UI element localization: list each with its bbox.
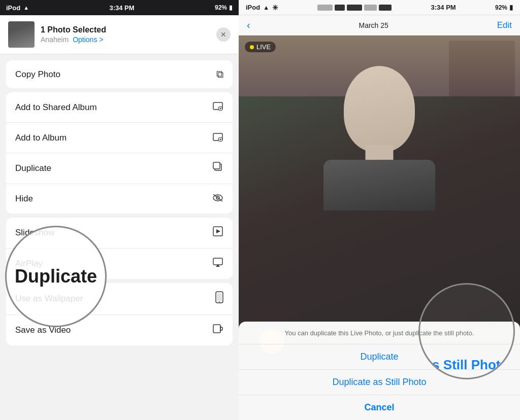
carrier-label: iPod [6, 4, 20, 12]
copy-photo-label: Copy Photo [15, 69, 60, 80]
hide-item[interactable]: Hide [6, 184, 233, 214]
svg-marker-10 [216, 229, 220, 233]
menu-group-2: Add to Shared Album Add to Album [6, 92, 233, 214]
hide-icon [212, 192, 223, 205]
status-left: iPod ▲ [6, 4, 29, 12]
svg-rect-5 [213, 162, 220, 169]
copy-photo-icon: ⧉ [216, 68, 223, 80]
svg-point-15 [219, 301, 220, 302]
add-shared-album-icon [212, 100, 223, 114]
add-album-label: Add to Album [15, 133, 67, 143]
right-battery-pct: 92% [495, 4, 507, 11]
right-circle-highlight: as Still Photo [418, 283, 515, 379]
duplicate-icon [212, 161, 223, 176]
save-video-icon [212, 323, 223, 337]
copy-photo-item[interactable]: Copy Photo ⧉ [6, 60, 233, 88]
share-info: 1 Photo Selected Anaheim Options > [41, 25, 210, 44]
live-label: LIVE [256, 43, 271, 51]
battery-info: 92% ▮ [215, 4, 233, 11]
close-button[interactable]: ✕ [216, 27, 231, 42]
share-subtitle: Anaheim Options > [41, 36, 210, 44]
duplicate-circle-highlight: Duplicate [5, 226, 107, 327]
time-label: 3:34 PM [109, 4, 134, 12]
add-shared-album-item[interactable]: Add to Shared Album [6, 92, 233, 123]
back-button[interactable]: ‹ [247, 19, 250, 31]
svg-rect-14 [217, 293, 222, 301]
wifi-icon: ▲ [23, 5, 29, 11]
add-album-icon [212, 131, 223, 145]
color-block-2 [335, 5, 345, 11]
svg-marker-17 [220, 327, 222, 331]
add-album-item[interactable]: Add to Album [6, 123, 233, 153]
live-badge: LIVE [245, 42, 276, 52]
hide-label: Hide [15, 194, 33, 204]
right-brightness-icon: ✳ [272, 4, 278, 12]
color-block-1 [317, 5, 333, 11]
add-shared-album-label: Add to Shared Album [15, 102, 97, 113]
duplicate-label: Duplicate [15, 163, 51, 173]
right-nav: ‹ March 25 Edit [239, 15, 520, 36]
menu-content: Copy Photo ⧉ Add to Shared Album Add to … [0, 58, 239, 420]
color-block-3 [347, 5, 362, 11]
right-carrier: iPod [246, 4, 260, 11]
right-battery-icon: ▮ [509, 4, 513, 11]
color-blocks [317, 5, 392, 11]
share-header: 1 Photo Selected Anaheim Options > ✕ [0, 15, 239, 54]
options-link[interactable]: Options > [73, 36, 103, 44]
menu-group-1: Copy Photo ⧉ [6, 60, 233, 88]
battery-icon: ▮ [229, 4, 233, 11]
duplicate-item[interactable]: Duplicate [6, 153, 233, 184]
right-status-bar: iPod ▲ ✳ 3:34 PM 92% ▮ [239, 0, 520, 15]
photo-thumbnail [8, 21, 35, 48]
right-panel: iPod ▲ ✳ 3:34 PM 92% ▮ ‹ March 25 Edit [239, 0, 520, 420]
airplay-icon [212, 257, 223, 271]
cancel-button[interactable]: Cancel [239, 395, 520, 420]
svg-rect-11 [213, 258, 222, 265]
right-battery: 92% ▮ [495, 4, 513, 11]
left-panel: iPod ▲ 3:34 PM 92% ▮ 1 Photo Selected An… [0, 0, 239, 420]
live-dot [250, 45, 254, 49]
edit-button[interactable]: Edit [497, 20, 512, 30]
color-block-4 [364, 5, 377, 11]
wallpaper-icon [215, 291, 223, 306]
date-label: March 25 [359, 21, 388, 29]
right-time: 3:34 PM [431, 4, 456, 11]
circle-highlight-text: Duplicate [15, 266, 97, 287]
photo-area: LIVE You can duplicate this Live Photo, … [239, 36, 520, 420]
svg-rect-16 [213, 325, 220, 333]
right-circle-inner [420, 285, 513, 378]
color-block-5 [379, 5, 392, 11]
slideshow-icon [212, 226, 223, 240]
left-status-bar: iPod ▲ 3:34 PM 92% ▮ [0, 0, 239, 15]
battery-percent: 92% [215, 4, 227, 11]
location-label: Anaheim [41, 36, 69, 44]
share-title: 1 Photo Selected [41, 25, 210, 34]
right-wifi-icon: ▲ [263, 4, 269, 11]
